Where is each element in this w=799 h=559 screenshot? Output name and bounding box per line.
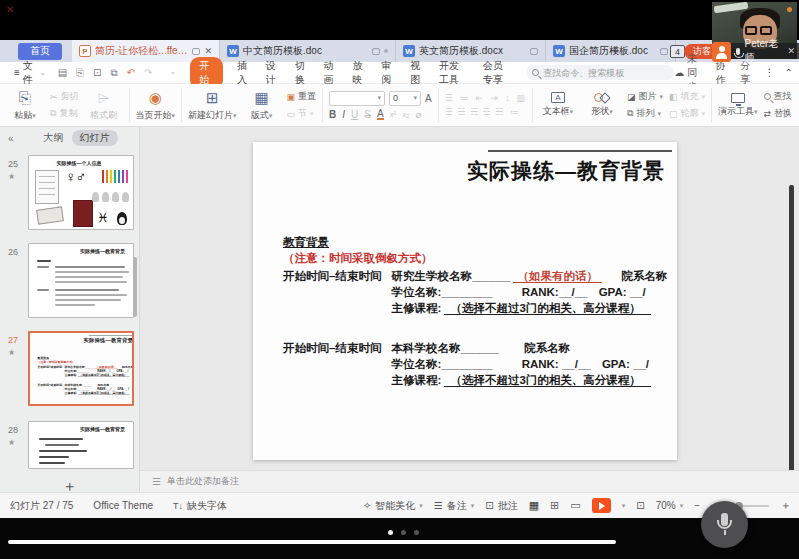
paste-button[interactable]: ⎘ 粘贴▾ <box>6 85 44 125</box>
play-options-icon[interactable]: ▾ <box>622 502 626 510</box>
notes-toggle[interactable]: ☰ 备注 ▾ <box>434 499 474 513</box>
collapse-ribbon-icon[interactable]: ⌃ <box>785 67 793 78</box>
theme-name[interactable]: Office Theme <box>93 500 153 511</box>
replace-button[interactable]: ⇄替换 <box>764 107 793 120</box>
tab-review[interactable]: 审阅 <box>381 59 396 87</box>
section-button[interactable]: ▭节▾ <box>287 107 317 120</box>
slide-body: 教育背景 （注意：时间采取倒叙方式） 开始时间–结束时间 研究生学校名称____… <box>283 234 671 388</box>
arrange-button[interactable]: ⧉排列▾ <box>627 107 663 120</box>
align-icons-row[interactable]: ☰ ☱ ☴ ☲ ☵ <box>445 107 504 117</box>
sorter-view-button[interactable]: ⊞ <box>550 499 559 512</box>
tab-animation[interactable]: 动画 <box>324 59 339 87</box>
outline-button[interactable]: ▢轮廓▾ <box>669 107 705 120</box>
account-person-icon[interactable] <box>712 42 731 62</box>
export-icon[interactable]: ⎘ <box>76 67 84 79</box>
play-from-current-button[interactable]: ◉ 当页开始▾ <box>136 85 176 125</box>
tab-transition[interactable]: 切换 <box>295 59 310 87</box>
text-box-button[interactable]: A 文本框▾ <box>539 85 577 125</box>
file-menu[interactable]: ≡ 文件 ⌄ <box>14 59 46 87</box>
ribbon-toolbar: ⎘ 粘贴▾ ✂剪切 ⧉复制 ⌲ 格式刷 ◉ 当页开始▾ ⊞ 新建幻灯片▾ <box>0 84 799 127</box>
bold-button[interactable]: B <box>329 109 336 120</box>
microphone-button[interactable] <box>701 501 748 548</box>
redo-icon[interactable]: ↷ <box>144 67 152 79</box>
slide-canvas[interactable]: 实际操练—教育背景 教育背景 （注意：时间采取倒叙方式） 开始时间–结束时间 研… <box>253 142 677 460</box>
zoom-in-button[interactable]: ＋ <box>780 498 791 513</box>
tab-home[interactable]: 首页 <box>18 43 62 60</box>
close-icon[interactable]: ✕ <box>787 46 795 56</box>
slide-thumbnail-26[interactable]: 实际操练—教育背景 <box>28 243 134 318</box>
font-size-select[interactable]: 0▾ <box>389 91 421 106</box>
more-icon[interactable]: ⋮ <box>765 67 775 78</box>
slideshow-play-button[interactable] <box>592 498 611 513</box>
columns-icon[interactable]: ▥ <box>516 93 526 103</box>
font-color-button[interactable]: A <box>377 109 384 120</box>
grow-font-icon[interactable]: A <box>425 93 432 104</box>
reset-button[interactable]: ▣重置 <box>287 90 317 103</box>
picture-button[interactable]: ◪图片▾ <box>627 90 663 103</box>
font-missing-icon: T↓ <box>173 501 183 511</box>
copy-button[interactable]: ⧉复制 <box>50 107 79 120</box>
red-book-art <box>73 200 93 227</box>
save-icon[interactable]: ▤ <box>58 67 67 79</box>
canvas-scrollbar[interactable] <box>789 185 794 475</box>
shapes-button[interactable]: 形状▾ <box>583 85 621 125</box>
preview-icon[interactable]: ⧉ <box>111 67 118 79</box>
tab-devtools[interactable]: 开发工具 <box>439 59 469 87</box>
missing-font-warning[interactable]: T↓ 缺失字体 <box>173 499 227 513</box>
search-input[interactable] <box>543 68 668 78</box>
indent-left-icon[interactable]: ⇤ <box>476 93 485 103</box>
undo-icon[interactable]: ↶ <box>127 67 135 79</box>
panel-scrollbar[interactable] <box>133 257 137 317</box>
line-spacing-icon[interactable]: ↕ <box>505 93 511 103</box>
clear-format-button[interactable]: ⌀ <box>415 109 421 120</box>
presentation-tools-button[interactable]: 演示工具▾ <box>718 85 758 125</box>
notes-bar[interactable]: ☰ 单击此处添加备注 <box>140 470 799 492</box>
outline-tab[interactable]: 大纲 <box>44 131 64 145</box>
fit-slide-icon[interactable]: ⊡ <box>636 500 644 511</box>
italic-button[interactable]: I <box>342 109 345 120</box>
tab-insert[interactable]: 插入 <box>237 59 252 87</box>
chevron-down-icon[interactable]: ⌄ <box>169 67 176 79</box>
collaborate-button[interactable]: 协作 <box>716 59 731 87</box>
comments-toggle[interactable]: ⊡ 批注 <box>485 499 517 513</box>
close-tab-icon[interactable]: ✕ <box>204 46 212 56</box>
slide-surface: 实际操练—教育背景 教育背景 （注意：时间采取倒叙方式） 开始时间–结束时间 研… <box>30 333 132 404</box>
grad-block: 开始时间–结束时间 研究生学校名称______ （如果有的话） 院系名称 学位名… <box>38 365 133 377</box>
new-tab-button[interactable]: ＋ <box>608 42 622 60</box>
underline-button[interactable]: U <box>351 109 358 120</box>
strikethrough-button[interactable]: S <box>364 109 371 120</box>
normal-view-button[interactable]: ▦ <box>529 499 539 512</box>
reading-view-button[interactable]: ▭ <box>570 499 580 512</box>
zoom-level[interactable]: 70% ▾ <box>656 500 684 511</box>
webcam-overlay[interactable]: Peter老师 ✕ <box>712 2 797 59</box>
tab-slideshow[interactable]: 放映 <box>352 59 367 87</box>
bullets-icon[interactable]: ☰ <box>445 93 454 103</box>
fill-button[interactable]: ◧填充▾ <box>669 90 705 103</box>
tab-design[interactable]: 设计 <box>266 59 281 87</box>
slide-thumbnail-25[interactable]: 实际操练—个人信息 ♀♂ ♓ <box>28 155 134 230</box>
layout-button[interactable]: ▦ 版式▾ <box>243 85 281 125</box>
superscript-button[interactable]: x² <box>390 110 397 119</box>
indent-right-icon[interactable]: ⇥ <box>490 93 499 103</box>
webcam-name-bar: Peter老师 ✕ <box>731 43 799 59</box>
zoom-out-button[interactable]: − <box>694 500 700 511</box>
distribute-icon[interactable]: ≔ <box>510 107 520 117</box>
numbering-icon[interactable]: ≔ <box>460 93 470 103</box>
tab-view[interactable]: 视图 <box>410 59 425 87</box>
format-painter-button[interactable]: ⌲ 格式刷 <box>85 85 123 125</box>
text-box-icon: A <box>551 92 565 103</box>
comment-icon <box>192 48 200 55</box>
collapse-panel-icon[interactable]: « <box>8 133 14 144</box>
cut-button[interactable]: ✂剪切 <box>50 90 79 103</box>
command-search[interactable] <box>526 65 674 80</box>
font-family-select[interactable]: ▾ <box>329 91 385 106</box>
tab-member[interactable]: 会员专享 <box>483 59 513 87</box>
subscript-button[interactable]: x₂ <box>402 110 409 119</box>
smart-beautify-button[interactable]: ✧ 智能美化 ▾ <box>363 499 423 513</box>
find-button[interactable]: 查找 <box>764 90 793 103</box>
new-slide-button[interactable]: ⊞ 新建幻灯片▾ <box>188 85 237 125</box>
slides-tab[interactable]: 幻灯片 <box>72 130 118 146</box>
print-icon[interactable]: ⊡ <box>93 67 101 79</box>
slide-thumbnail-27-current[interactable]: 实际操练—教育背景 教育背景 （注意：时间采取倒叙方式） 开始时间–结束时间 研… <box>28 331 134 406</box>
slide-thumbnail-28[interactable]: 实际操练—教育背景 <box>28 421 134 469</box>
